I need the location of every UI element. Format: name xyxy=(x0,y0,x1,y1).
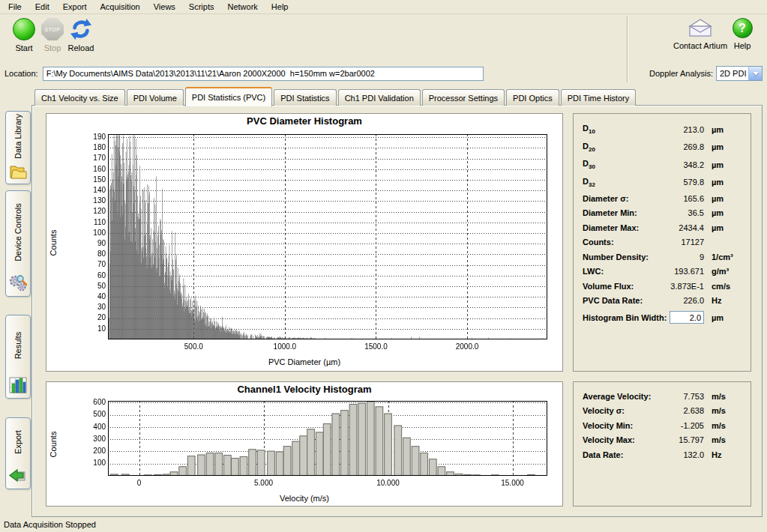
menu-item-file[interactable]: File xyxy=(1,1,28,13)
sidebar-item-label: Results xyxy=(13,332,22,360)
reload-icon xyxy=(70,18,92,40)
location-label: Location: xyxy=(4,69,38,78)
stat-unit: µm xyxy=(704,223,743,232)
stat-row: Average Velocity:7.753m/s xyxy=(583,389,743,404)
histogram-bin-width-label: Histogram Bin Width: xyxy=(583,313,667,322)
stat-value: 36.5 xyxy=(637,208,704,217)
stat-unit: µm xyxy=(704,313,743,322)
doppler-analysis-select[interactable]: 2D PDI xyxy=(716,66,763,81)
velocity-x-axis-label: Velocity (m/s) xyxy=(46,494,562,503)
diameter-histogram-plot[interactable] xyxy=(66,130,558,352)
sidebar-item-label: Data Library xyxy=(13,114,22,159)
sidebar-item-data-library[interactable]: Data Library xyxy=(5,111,31,184)
start-label: Start xyxy=(15,43,32,52)
velocity-stats-panel: Average Velocity:7.753m/sVelocity σ:2.63… xyxy=(573,381,751,507)
contact-artium-button[interactable]: Contact Artium xyxy=(676,18,724,50)
stop-icon: STOP xyxy=(41,18,64,40)
stat-unit: µm xyxy=(704,160,743,169)
stat-unit: Hz xyxy=(704,450,743,459)
diameter-histogram-panel: PVC Diameter Histogram Counts PVC Diamet… xyxy=(46,113,563,372)
stat-row: PVC Data Rate:226.0Hz xyxy=(583,294,743,309)
stat-unit: m/s xyxy=(704,435,743,444)
sidebar-item-results[interactable]: Results xyxy=(5,315,31,399)
tab-ch1-pdi-validation[interactable]: Ch1 PDI Validation xyxy=(338,89,421,106)
velocity-histogram-plot[interactable] xyxy=(66,397,558,489)
stat-value: 9 xyxy=(649,253,704,262)
stat-value: 348.2 xyxy=(595,160,704,169)
diameter-x-axis-label: PVC Diameter (µm) xyxy=(46,357,562,366)
tab-pdi-volume[interactable]: PDI Volume xyxy=(127,89,184,106)
menu-item-export[interactable]: Export xyxy=(56,1,94,13)
menu-item-edit[interactable]: Edit xyxy=(28,1,56,13)
stat-row: D20269.8µm xyxy=(583,139,743,157)
diameter-chart-title: PVC Diameter Histogram xyxy=(46,115,562,127)
tab-pdi-time-history[interactable]: PDI Time History xyxy=(561,89,637,106)
stat-value: 193.671 xyxy=(604,267,704,276)
velocity-chart-title: Channel1 Velocity Histogram xyxy=(46,384,562,395)
stat-label: Velocity σ: xyxy=(583,406,625,415)
diameter-stats-panel: D10213.0µmD20269.8µmD30348.2µmD32579.8µm… xyxy=(573,113,751,372)
stat-unit: µm xyxy=(704,178,743,187)
stat-row: Velocity Min:-1.205m/s xyxy=(583,418,743,433)
toolbar: Start STOP Stop Reload Contact Artium ? … xyxy=(0,15,767,63)
stat-unit: Hz xyxy=(704,296,743,305)
velocity-histogram-panel: Channel1 Velocity Histogram Counts Veloc… xyxy=(46,381,563,507)
combo-dropdown-button[interactable] xyxy=(748,67,762,80)
stat-row: D10213.0µm xyxy=(583,121,743,139)
menu-item-help[interactable]: Help xyxy=(265,1,295,13)
stat-value: 226.0 xyxy=(643,296,704,305)
sidebar-item-device-controls[interactable]: Device Controls xyxy=(5,190,31,297)
envelope-icon xyxy=(688,18,713,38)
stop-label: Stop xyxy=(44,43,61,52)
stat-row: Diameter Max:2434.4µm xyxy=(583,220,743,235)
tab-processor-settings[interactable]: Processor Settings xyxy=(422,89,505,106)
tab-pdi-optics[interactable]: PDI Optics xyxy=(506,89,559,106)
reload-button[interactable]: Reload xyxy=(61,18,100,52)
status-bar-text: Data Acquisition Stopped xyxy=(4,520,96,529)
stat-value: 3.873E-1 xyxy=(634,282,704,291)
stat-row: Counts:17127 xyxy=(583,235,743,250)
menu-item-scripts[interactable]: Scripts xyxy=(182,1,221,13)
stat-row: D32579.8µm xyxy=(583,174,743,192)
tab-ch1-velocity-vs-size[interactable]: Ch1 Velocity vs. Size xyxy=(34,89,125,106)
doppler-analysis-value: 2D PDI xyxy=(717,67,748,80)
stat-unit: µm xyxy=(704,142,743,151)
stat-value: 2.638 xyxy=(625,406,704,415)
export-arrow-icon xyxy=(8,466,28,486)
stat-value: 17127 xyxy=(614,238,704,247)
velocity-y-axis-label: Counts xyxy=(48,382,58,506)
help-icon: ? xyxy=(733,18,753,38)
stat-unit: m/s xyxy=(704,406,743,415)
help-button[interactable]: ? Help xyxy=(729,18,756,50)
sidebar-item-label: Device Controls xyxy=(13,203,22,262)
stat-row: Velocity σ:2.638m/s xyxy=(583,404,743,419)
menu-item-acquisition[interactable]: Acquisition xyxy=(94,1,147,13)
stat-label: D32 xyxy=(583,177,595,188)
stat-label: D20 xyxy=(583,142,595,153)
tab-strip: Ch1 Velocity vs. SizePDI VolumePDI Stati… xyxy=(34,88,637,106)
tab-pdi-statistics-pvc[interactable]: PDI Statistics (PVC) xyxy=(185,87,272,106)
stat-value: 2434.4 xyxy=(639,223,704,232)
tab-pdi-statistics[interactable]: PDI Statistics xyxy=(274,89,336,106)
menu-bar: FileEditExportAcquisitionViewsScriptsNet… xyxy=(0,0,767,14)
stat-label: Velocity Max: xyxy=(583,435,635,444)
chevron-down-icon xyxy=(753,72,759,76)
stat-label: D10 xyxy=(583,124,595,135)
stat-row: Volume Flux:3.873E-1cm/s xyxy=(583,279,743,294)
stat-row: Data Rate:132.0Hz xyxy=(583,447,743,462)
reload-label: Reload xyxy=(68,43,94,52)
menu-item-views[interactable]: Views xyxy=(147,1,182,13)
stat-value: -1.205 xyxy=(633,421,704,430)
stat-label: Number Density: xyxy=(583,253,649,262)
histogram-bin-width-input[interactable] xyxy=(670,311,704,324)
diameter-y-axis-label: Counts xyxy=(48,114,58,371)
stat-label: LWC: xyxy=(583,267,604,276)
bar-chart-icon xyxy=(8,375,28,395)
stat-unit: µm xyxy=(704,125,743,134)
sidebar-item-export[interactable]: Export xyxy=(5,417,31,489)
location-input[interactable] xyxy=(43,67,484,81)
stat-label: Volume Flux: xyxy=(583,282,634,291)
stat-unit: g/m³ xyxy=(704,267,743,276)
menu-item-network[interactable]: Network xyxy=(220,1,264,13)
stat-value: 15.797 xyxy=(635,435,704,444)
